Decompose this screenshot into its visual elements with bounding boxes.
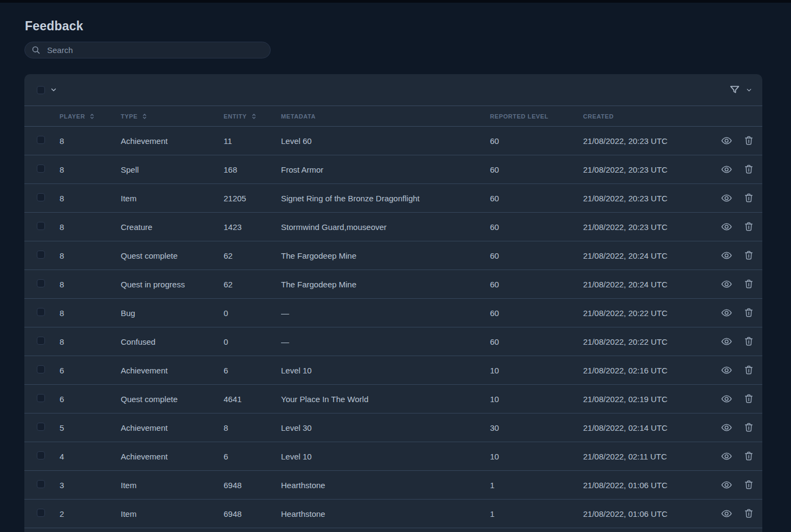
cell-player: 8	[60, 155, 121, 184]
row-checkbox[interactable]	[37, 509, 45, 517]
row-checkbox[interactable]	[37, 308, 45, 316]
cell-metadata: The Fargodeep Mine	[281, 241, 490, 270]
column-label: ENTITY	[224, 113, 247, 120]
view-button[interactable]	[721, 163, 733, 175]
view-button[interactable]	[721, 249, 733, 261]
eye-icon	[721, 278, 733, 290]
cell-player: 8	[60, 241, 121, 270]
trash-icon	[743, 365, 754, 376]
view-button[interactable]	[721, 422, 733, 434]
cell-reported-level: 1	[490, 471, 583, 500]
table-toolbar	[24, 74, 762, 106]
delete-button[interactable]	[743, 422, 754, 433]
cell-player: 5	[60, 413, 121, 442]
row-checkbox[interactable]	[37, 193, 45, 201]
row-checkbox[interactable]	[37, 480, 45, 488]
view-button[interactable]	[721, 307, 733, 319]
delete-button[interactable]	[743, 193, 754, 203]
row-checkbox[interactable]	[37, 337, 45, 345]
cell-player: 6	[60, 356, 121, 385]
delete-button[interactable]	[743, 336, 754, 347]
eye-icon	[721, 192, 733, 204]
view-button[interactable]	[721, 508, 733, 520]
row-checkbox[interactable]	[37, 165, 45, 173]
cell-type: Item	[121, 184, 224, 213]
column-header-created: CREATED	[583, 106, 716, 127]
view-button[interactable]	[721, 479, 733, 491]
eye-icon	[721, 249, 733, 261]
cell-created: 21/08/2022, 20:23 UTC	[583, 127, 716, 155]
feedback-page: Feedback	[24, 18, 762, 532]
column-header-entity[interactable]: ENTITY	[224, 106, 281, 127]
view-button[interactable]	[721, 135, 733, 147]
column-header-player[interactable]: PLAYER	[60, 106, 121, 127]
cell-entity: 4641	[224, 385, 281, 413]
row-checkbox[interactable]	[37, 251, 45, 259]
trash-icon	[743, 508, 754, 519]
filter-funnel-icon[interactable]	[729, 84, 741, 96]
table-row: 2 Item 6948 Hearthstone 1 21/08/2022, 01…	[24, 500, 762, 528]
row-checkbox[interactable]	[37, 279, 45, 287]
select-all-chevron-icon[interactable]	[50, 86, 57, 94]
top-bar	[0, 0, 791, 3]
view-button[interactable]	[721, 364, 733, 376]
delete-button[interactable]	[743, 135, 754, 146]
delete-button[interactable]	[743, 164, 754, 175]
delete-button[interactable]	[743, 307, 754, 318]
cell-entity: 6948	[224, 500, 281, 528]
cell-entity: 6	[224, 356, 281, 385]
delete-button[interactable]	[743, 393, 754, 404]
table-row: 8 Creature 1423 Stormwind Guard,mouseove…	[24, 213, 762, 241]
cell-entity: 11	[224, 127, 281, 155]
delete-button[interactable]	[743, 365, 754, 376]
eye-icon	[721, 364, 733, 376]
select-all-checkbox[interactable]	[37, 86, 45, 94]
column-header-type[interactable]: TYPE	[121, 106, 224, 127]
delete-button[interactable]	[743, 451, 754, 462]
cell-type: Item	[121, 500, 224, 528]
view-button[interactable]	[721, 336, 733, 347]
cell-created: 21/08/2022, 01:06 UTC	[583, 500, 716, 528]
trash-icon	[743, 451, 754, 462]
view-button[interactable]	[721, 221, 733, 233]
row-checkbox[interactable]	[37, 222, 45, 230]
cell-metadata: —	[281, 327, 490, 356]
row-checkbox[interactable]	[37, 451, 45, 459]
cell-created: 21/08/2022, 20:22 UTC	[583, 299, 716, 327]
delete-button[interactable]	[743, 508, 754, 519]
cell-player: 8	[60, 299, 121, 327]
cell-type: Spell	[121, 155, 224, 184]
trash-icon	[743, 221, 754, 232]
eye-icon	[721, 336, 733, 347]
view-button[interactable]	[721, 393, 733, 405]
cell-created: 21/08/2022, 01:06 UTC	[583, 471, 716, 500]
column-label: PLAYER	[60, 113, 85, 120]
delete-button[interactable]	[743, 480, 754, 490]
delete-button[interactable]	[743, 250, 754, 261]
table-row: 8 Achievement 11 Level 60 60 21/08/2022,…	[24, 127, 762, 155]
table-row: 5 Achievement 8 Level 30 30 21/08/2022, …	[24, 413, 762, 442]
row-checkbox[interactable]	[37, 423, 45, 431]
row-checkbox[interactable]	[37, 394, 45, 402]
cell-created: 21/08/2022, 02:14 UTC	[583, 413, 716, 442]
delete-button[interactable]	[743, 279, 754, 290]
cell-created: 21/08/2022, 20:23 UTC	[583, 184, 716, 213]
trash-icon	[743, 336, 754, 347]
cell-type: Achievement	[121, 127, 224, 155]
page-title: Feedback	[25, 18, 762, 34]
search-input[interactable]	[46, 45, 264, 55]
view-button[interactable]	[721, 450, 733, 462]
cell-type: Creature	[121, 213, 224, 241]
header-actions-spacer	[716, 106, 762, 127]
view-button[interactable]	[721, 192, 733, 204]
row-checkbox[interactable]	[37, 136, 45, 144]
cell-metadata: Level 30	[281, 413, 490, 442]
cell-player: 4	[60, 442, 121, 471]
row-checkbox[interactable]	[37, 365, 45, 373]
cell-created: 21/08/2022, 20:22 UTC	[583, 327, 716, 356]
filter-chevron-icon[interactable]	[746, 87, 753, 94]
trash-icon	[743, 422, 754, 433]
view-button[interactable]	[721, 278, 733, 290]
eye-icon	[721, 307, 733, 319]
delete-button[interactable]	[743, 221, 754, 232]
